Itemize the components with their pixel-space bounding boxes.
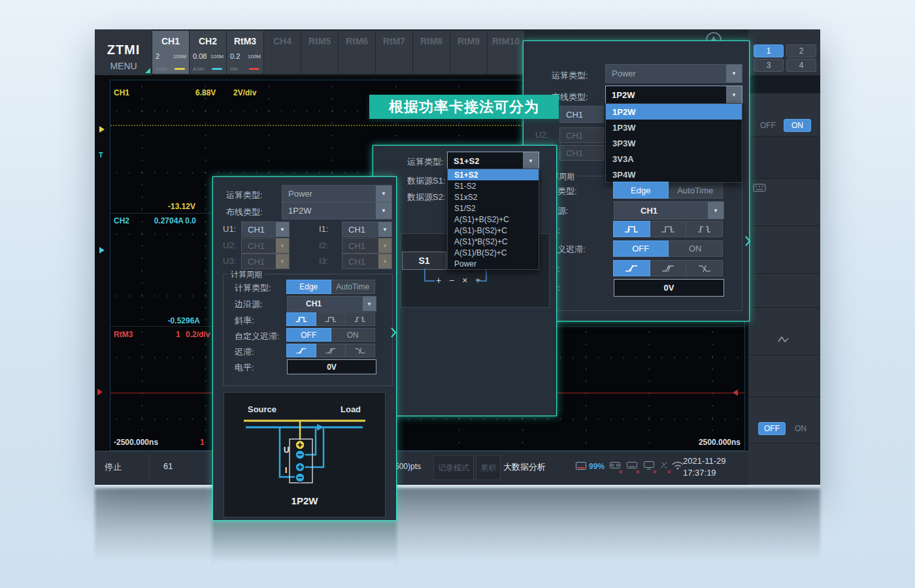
realtime-on[interactable]: ON — [784, 119, 811, 132]
hysteresis-segment[interactable] — [614, 260, 723, 276]
u1-select[interactable]: CH1 — [559, 106, 604, 123]
sidebar-item-layout-mode[interactable] — [748, 355, 820, 397]
tab-name: CH1 — [152, 36, 189, 46]
channel-tab-rtm7[interactable]: RtM7 — [376, 31, 412, 74]
chevron-down-icon: ▼ — [378, 222, 391, 237]
slope-rise-icon[interactable] — [286, 312, 316, 326]
custom-hysteresis-segment[interactable]: OFF ON — [614, 240, 723, 257]
channel-tab-ch1[interactable]: CH1 2 100M V/div — [152, 31, 189, 74]
sidebar-item-next-page[interactable] — [748, 443, 820, 487]
calc-period-type-segment[interactable]: Edge AutoTime — [614, 182, 723, 199]
u2-select[interactable]: CH1 ▼ — [241, 238, 290, 253]
slope-fall-icon[interactable] — [650, 221, 687, 237]
dropdown-option[interactable]: A(S1)+B(S2)+C — [448, 214, 539, 225]
hysteresis-high-icon[interactable] — [686, 260, 723, 276]
custom-hysteresis-on[interactable]: ON — [331, 328, 376, 342]
level-input[interactable]: 0V — [287, 359, 376, 374]
wiring-type-select[interactable]: 1P2W ▼ — [605, 86, 742, 105]
hysteresis-low-icon[interactable] — [613, 260, 650, 276]
menu-label[interactable]: MENU — [103, 61, 144, 71]
dropdown-option[interactable]: 3V3A — [606, 151, 742, 167]
i3-select[interactable]: CH1 ▼ — [342, 253, 392, 269]
channel-tab-rtm5[interactable]: RtM5 — [301, 31, 338, 74]
level-input[interactable]: 0V — [614, 279, 724, 297]
dropdown-option[interactable]: 3P4W — [606, 167, 742, 182]
wiring-type-select[interactable]: 1P2W ▼ — [282, 202, 392, 220]
u1-select[interactable]: CH1 ▼ — [241, 221, 290, 237]
rtm3-position-marker[interactable] — [97, 389, 103, 395]
edge-option[interactable]: Edge — [613, 182, 669, 199]
dropdown-option[interactable]: 3P3W — [606, 135, 742, 151]
slope-segment[interactable] — [287, 312, 375, 326]
slope-label: 斜率: — [235, 315, 254, 327]
sidebar-item-interpolation[interactable] — [748, 307, 820, 355]
channel-tab-rtm8[interactable]: RtM8 — [413, 31, 450, 74]
dropdown-option[interactable]: 1P3W — [606, 120, 742, 135]
manual-event-on[interactable]: ON — [795, 424, 807, 433]
edge-source-select[interactable]: CH1 ▼ — [287, 296, 376, 312]
group-button-2[interactable]: 2 — [786, 44, 816, 57]
calc-type-select[interactable]: Power ▼ — [282, 185, 392, 203]
dropdown-option[interactable]: S1xS2 — [448, 191, 539, 203]
group-button-3[interactable]: 3 — [754, 59, 784, 72]
hysteresis-low-icon[interactable] — [286, 344, 316, 357]
accumulate-cell[interactable]: 累积 — [476, 455, 501, 480]
run-state[interactable]: 停止 — [105, 461, 122, 473]
dropdown-option[interactable]: Power — [448, 258, 539, 269]
channel-tab-rtm9[interactable]: RtM9 — [450, 31, 487, 74]
hysteresis-mid-icon[interactable] — [316, 344, 346, 357]
custom-hysteresis-segment[interactable]: OFF ON — [287, 328, 375, 342]
calc-type-select[interactable]: S1+S2 ▼ — [447, 152, 539, 170]
brand-logo-block[interactable]: ZTMI MENU — [95, 29, 152, 75]
trigger-marker[interactable]: T — [99, 151, 103, 159]
channel-tab-rtm3[interactable]: RtM3 0.2 100M /div — [227, 31, 263, 74]
u2-select[interactable]: CH1 — [559, 127, 604, 143]
dropdown-option[interactable]: A(S1)-B(S2)+C — [448, 225, 539, 236]
slope-rise-icon[interactable] — [613, 221, 650, 237]
dropdown-option[interactable]: 1P2W — [606, 104, 742, 120]
edge-option[interactable]: Edge — [286, 280, 331, 294]
custom-hysteresis-off[interactable]: OFF — [613, 240, 669, 257]
ch1-position-marker[interactable] — [99, 126, 105, 133]
slope-both-icon[interactable] — [345, 312, 375, 326]
hysteresis-segment[interactable] — [287, 344, 375, 357]
slope-fall-icon[interactable] — [316, 312, 346, 326]
u3-select[interactable]: CH1 ▼ — [241, 253, 290, 269]
u3-select[interactable]: CH1 — [559, 145, 604, 161]
slope-segment[interactable] — [614, 221, 723, 237]
big-data-analysis[interactable]: 大数据分析 — [503, 461, 546, 473]
sidebar-item-best-div[interactable] — [748, 273, 820, 308]
group-button-1[interactable]: 1 — [754, 44, 784, 57]
dropdown-option[interactable]: S1/S2 — [448, 203, 539, 214]
record-mode-cell[interactable]: 记录模式 — [433, 455, 474, 480]
calc-period-type-segment[interactable]: Edge AutoTime — [287, 280, 375, 294]
custom-hysteresis-off[interactable]: OFF — [286, 328, 331, 342]
autotime-option[interactable]: AutoTime — [331, 280, 376, 294]
dropdown-option[interactable]: S1-S2 — [448, 180, 539, 191]
manual-event-off[interactable]: OFF — [758, 422, 786, 435]
channel-tab-rtm10[interactable]: RtM10 — [488, 31, 524, 74]
panel-link-chevron[interactable] — [744, 235, 752, 250]
i2-select[interactable]: CH1 ▼ — [342, 238, 392, 253]
panel-expand-chevron[interactable] — [390, 327, 397, 341]
hysteresis-mid-icon[interactable] — [650, 260, 687, 276]
slope-both-icon[interactable] — [686, 221, 723, 237]
calc-type-select[interactable]: Power ▼ — [605, 64, 742, 83]
sidebar-item-manual-event[interactable] — [748, 397, 820, 444]
divider — [149, 455, 150, 480]
channel-tab-ch4[interactable]: CH4 — [264, 31, 301, 74]
realtime-off[interactable]: OFF — [760, 121, 776, 130]
group-button-4[interactable]: 4 — [786, 59, 816, 72]
channel-tab-ch2[interactable]: CH2 0.08 100M A/div — [190, 31, 226, 74]
edge-source-select[interactable]: CH1 ▼ — [614, 201, 724, 220]
i1-select[interactable]: CH1 ▼ — [342, 221, 392, 237]
hysteresis-high-icon[interactable] — [345, 344, 375, 357]
dropdown-option[interactable]: S1+S2 — [448, 169, 539, 180]
custom-hysteresis-on[interactable]: ON — [668, 240, 724, 257]
sidebar-item-calc-settings[interactable] — [748, 225, 820, 274]
dropdown-option[interactable]: A(S1)/B(S2)+C — [448, 247, 539, 258]
channel-tab-rtm6[interactable]: RtM6 — [339, 31, 375, 74]
autotime-option[interactable]: AutoTime — [668, 182, 724, 199]
dropdown-option[interactable]: A(S1)*B(S2)+C — [448, 236, 539, 247]
ch2-position-marker[interactable] — [99, 247, 105, 253]
